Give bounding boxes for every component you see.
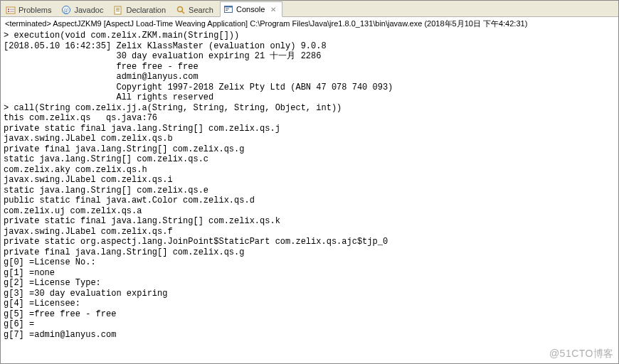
tab-problems[interactable]: Problems [2, 2, 58, 17]
svg-point-1 [8, 9, 9, 10]
console-icon [223, 4, 233, 14]
tab-label: Javadoc [74, 6, 103, 14]
javadoc-icon: @ [61, 5, 71, 15]
tab-search[interactable]: Search [172, 2, 220, 17]
console-output[interactable]: > execution(void com.zelix.ZKM.main(Stri… [1, 31, 618, 363]
svg-rect-14 [224, 6, 232, 8]
svg-rect-16 [226, 10, 228, 11]
svg-point-11 [178, 7, 183, 12]
tab-console[interactable]: Console ✕ [220, 1, 282, 17]
svg-point-2 [8, 11, 9, 12]
problems-icon [6, 5, 16, 15]
svg-rect-7 [115, 6, 121, 14]
svg-text:@: @ [64, 7, 69, 14]
close-icon[interactable]: ✕ [270, 6, 276, 14]
tab-javadoc[interactable]: @ Javadoc [58, 2, 110, 17]
svg-rect-10 [116, 11, 120, 11]
status-text: <terminated> AspectJZKM9 [AspectJ Load-T… [5, 18, 527, 29]
watermark: @51CTO博客 [549, 348, 614, 360]
tab-label: Problems [18, 6, 51, 14]
declaration-icon [113, 5, 123, 15]
svg-line-12 [182, 11, 185, 14]
tab-declaration[interactable]: Declaration [110, 2, 172, 17]
terminated-status: <terminated> AspectJZKM9 [AspectJ Load-T… [1, 17, 618, 31]
tab-bar: Problems @ Javadoc Declaration Search Co… [1, 1, 618, 17]
view-frame: Problems @ Javadoc Declaration Search Co… [0, 0, 619, 364]
tab-label: Search [189, 6, 213, 14]
tab-label: Declaration [126, 6, 166, 14]
tab-label: Console [236, 5, 265, 14]
svg-rect-3 [10, 9, 14, 10]
search-icon [176, 5, 186, 15]
svg-rect-15 [226, 9, 229, 9]
svg-rect-9 [116, 9, 120, 10]
svg-rect-0 [6, 7, 15, 14]
svg-rect-4 [10, 11, 14, 12]
svg-rect-8 [116, 8, 120, 9]
